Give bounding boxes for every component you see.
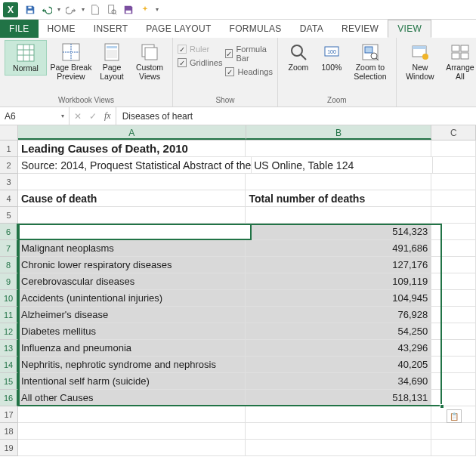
- page-break-preview-button[interactable]: Page Break Preview: [50, 40, 92, 82]
- ruler-checkbox[interactable]: Ruler: [178, 45, 222, 54]
- cell[interactable]: [246, 174, 431, 190]
- col-header-a[interactable]: A: [18, 125, 246, 140]
- cell[interactable]: [246, 207, 431, 224]
- cell[interactable]: Accidents (unintentional injuries): [18, 290, 246, 307]
- cell[interactable]: 127,176: [246, 257, 431, 273]
- cell[interactable]: Influenza and pneumonia: [18, 340, 246, 357]
- cell[interactable]: Source: 2014, Proquest Statistical Abstr…: [18, 157, 252, 174]
- row-header-7[interactable]: 7: [0, 240, 18, 257]
- cell[interactable]: [18, 440, 246, 456]
- cell[interactable]: Intentional self harm (suicide): [18, 373, 246, 390]
- headings-checkbox[interactable]: Headings: [225, 67, 272, 76]
- cell[interactable]: 40,205: [246, 357, 431, 373]
- cell[interactable]: [246, 406, 431, 423]
- cell[interactable]: [18, 406, 246, 423]
- zoom-100-button[interactable]: 100 100%: [317, 40, 346, 74]
- chevron-down-icon[interactable]: ▾: [57, 6, 60, 13]
- tab-view[interactable]: VIEW: [388, 20, 431, 38]
- row-header-14[interactable]: 14: [0, 357, 18, 373]
- cell[interactable]: [431, 273, 476, 290]
- cell[interactable]: Diseases of heart: [18, 224, 246, 240]
- row-header-4[interactable]: 4: [0, 190, 18, 207]
- fill-handle[interactable]: [440, 404, 444, 409]
- print-preview-icon[interactable]: [106, 4, 118, 16]
- tab-formulas[interactable]: FORMULAS: [221, 20, 291, 38]
- row-header-10[interactable]: 10: [0, 290, 18, 307]
- cell[interactable]: [431, 423, 476, 440]
- zoom-button[interactable]: Zoom: [283, 40, 314, 74]
- row-header-18[interactable]: 18: [0, 423, 18, 440]
- cell[interactable]: [431, 340, 476, 357]
- col-header-c[interactable]: C: [431, 125, 476, 140]
- save-purple-icon[interactable]: [122, 4, 134, 16]
- cell[interactable]: [246, 423, 431, 440]
- cell[interactable]: [431, 290, 476, 307]
- new-window-button[interactable]: New Window: [401, 40, 439, 82]
- cell[interactable]: [431, 140, 476, 157]
- row-header-11[interactable]: 11: [0, 307, 18, 323]
- cell[interactable]: [431, 224, 476, 240]
- custom-views-button[interactable]: Custom Views: [131, 40, 168, 82]
- cell[interactable]: [246, 140, 431, 157]
- new-file-icon[interactable]: [89, 4, 101, 16]
- col-header-b[interactable]: B: [246, 125, 432, 140]
- chevron-down-icon[interactable]: ▾: [156, 6, 159, 13]
- cell[interactable]: [431, 257, 476, 273]
- row-header-13[interactable]: 13: [0, 340, 18, 357]
- arrange-all-button[interactable]: Arrange All: [442, 40, 476, 82]
- select-all-corner[interactable]: [0, 125, 18, 140]
- formula-bar-checkbox[interactable]: Formula Bar: [225, 45, 272, 63]
- undo-icon[interactable]: [41, 4, 53, 16]
- cell[interactable]: Cause of death: [18, 190, 246, 207]
- fx-icon[interactable]: fx: [104, 110, 111, 122]
- cell[interactable]: [431, 174, 476, 190]
- chevron-down-icon[interactable]: ▾: [82, 6, 85, 13]
- paste-options-button[interactable]: 📋: [447, 409, 462, 423]
- cell[interactable]: Total number of deaths: [246, 190, 431, 207]
- row-header-16[interactable]: 16: [0, 390, 18, 406]
- zoom-to-selection-button[interactable]: Zoom to Selection: [349, 40, 391, 82]
- cancel-icon[interactable]: ✕: [74, 111, 82, 122]
- tab-review[interactable]: REVIEW: [332, 20, 388, 38]
- cell[interactable]: 76,928: [246, 307, 431, 323]
- redo-icon[interactable]: [65, 4, 77, 16]
- spreadsheet-grid[interactable]: A B C 12345678910111213141516171819 Lead…: [0, 125, 476, 460]
- cell[interactable]: 109,119: [246, 273, 431, 290]
- tab-insert[interactable]: INSERT: [85, 20, 138, 38]
- cell[interactable]: [18, 423, 246, 440]
- cell[interactable]: [431, 190, 476, 207]
- sparkle-icon[interactable]: [139, 4, 151, 16]
- cell[interactable]: 54,250: [246, 323, 431, 340]
- save-icon[interactable]: [24, 4, 36, 16]
- cell[interactable]: [431, 373, 476, 390]
- cell[interactable]: [431, 240, 476, 257]
- cell[interactable]: [431, 440, 476, 456]
- cell[interactable]: [431, 390, 476, 406]
- tab-file[interactable]: FILE: [0, 20, 39, 38]
- gridlines-checkbox[interactable]: Gridlines: [178, 58, 222, 67]
- cell[interactable]: 34,690: [246, 373, 431, 390]
- row-header-15[interactable]: 15: [0, 373, 18, 390]
- cell[interactable]: 43,296: [246, 340, 431, 357]
- cell[interactable]: 491,686: [246, 240, 431, 257]
- cell[interactable]: 104,945: [246, 290, 431, 307]
- row-header-19[interactable]: 19: [0, 440, 18, 456]
- cell[interactable]: Malignant neoplasms: [18, 240, 246, 257]
- cell[interactable]: [431, 207, 476, 224]
- row-header-8[interactable]: 8: [0, 257, 18, 273]
- row-header-5[interactable]: 5: [0, 207, 18, 224]
- cell[interactable]: Diabetes mellitus: [18, 323, 246, 340]
- row-header-6[interactable]: 6: [0, 224, 18, 240]
- cell[interactable]: [252, 157, 433, 174]
- tab-page-layout[interactable]: PAGE LAYOUT: [137, 20, 220, 38]
- cell[interactable]: [431, 323, 476, 340]
- cell[interactable]: 514,323: [246, 224, 431, 240]
- row-header-1[interactable]: 1: [0, 140, 18, 157]
- formula-content[interactable]: Diseases of heart: [116, 107, 476, 125]
- chevron-down-icon[interactable]: ▾: [61, 113, 64, 119]
- cell[interactable]: Alzheimer's disease: [18, 307, 246, 323]
- row-header-12[interactable]: 12: [0, 323, 18, 340]
- cell[interactable]: [246, 440, 431, 456]
- tab-data[interactable]: DATA: [291, 20, 332, 38]
- tab-home[interactable]: HOME: [39, 20, 85, 38]
